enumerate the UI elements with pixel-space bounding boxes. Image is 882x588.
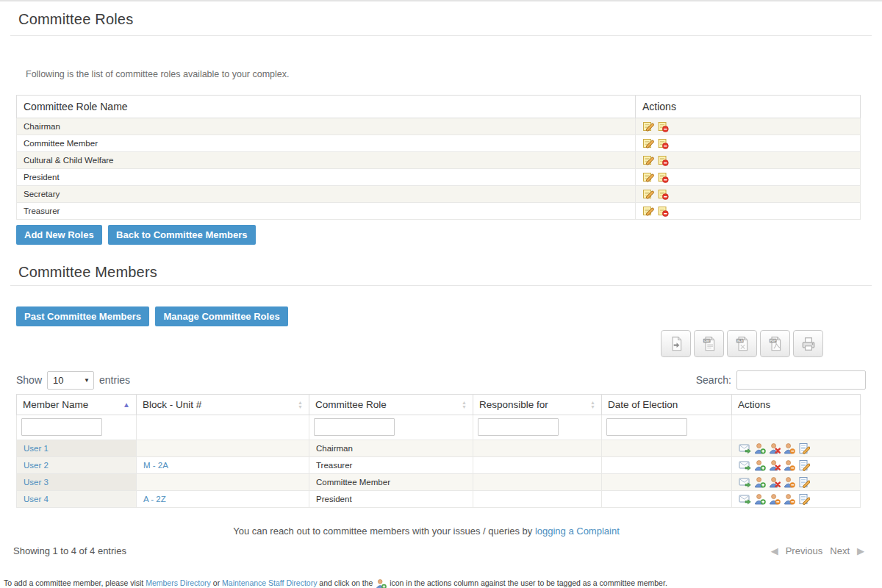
edit-role-icon[interactable] (642, 154, 654, 166)
filter-date-of-election-input[interactable] (606, 418, 687, 436)
maintenance-staff-directory-link[interactable]: Maintenance Staff Directory (222, 578, 317, 587)
col-member-name[interactable]: Member Name▲ (17, 395, 137, 415)
delete-role-icon[interactable] (657, 121, 669, 132)
delete-role-icon[interactable] (657, 137, 669, 149)
previous-arrow-icon[interactable]: ◀ (771, 545, 778, 556)
user-delete-icon[interactable] (769, 493, 781, 505)
manage-committee-roles-button[interactable]: Manage Committee Roles (155, 306, 287, 326)
user-add-icon[interactable] (754, 459, 766, 471)
back-to-committee-members-button[interactable]: Back to Committee Members (108, 225, 255, 245)
members-table: Member Name▲ Block - Unit #▲▼ Committee … (16, 394, 861, 508)
edit-role-icon[interactable] (642, 171, 654, 183)
table-row: Treasurer (17, 203, 861, 220)
block-unit-link[interactable]: A - 2Z (143, 495, 166, 503)
committee-role-cell: President (309, 491, 473, 508)
member-name-link[interactable]: User 3 (24, 478, 49, 487)
logging-complaint-link[interactable]: logging a Complaint (535, 526, 620, 537)
pdf-file-icon: PDF (767, 336, 784, 352)
footer-note: To add a committee member, please visit … (4, 578, 882, 588)
table-row: User 2 M - 2A Treasurer (17, 457, 861, 474)
edit-member-icon[interactable] (798, 459, 810, 471)
delete-role-icon[interactable] (657, 205, 669, 217)
col-committee-role[interactable]: Committee Role▲▼ (309, 395, 473, 415)
committee-role-cell: Treasurer (309, 457, 473, 474)
sort-icons: ▲▼ (298, 401, 303, 409)
roles-table: Committee Role Name Actions Chairman Com… (16, 95, 861, 220)
members-title: Committee Members (10, 254, 872, 286)
user-delete-icon[interactable] (769, 459, 781, 471)
member-name-link[interactable]: User 2 (24, 461, 49, 470)
block-unit-link[interactable]: M - 2A (143, 461, 168, 470)
col-responsible-for[interactable]: Responsible for▲▼ (473, 395, 602, 415)
send-email-icon[interactable] (739, 442, 751, 454)
edit-member-icon[interactable] (798, 476, 810, 488)
delete-role-icon[interactable] (657, 171, 669, 183)
role-name: Secretary (17, 186, 636, 203)
user-add-icon[interactable] (754, 442, 766, 454)
role-name: Committee Member (17, 135, 636, 152)
entries-label: entries (99, 374, 130, 386)
delete-role-icon[interactable] (657, 154, 669, 166)
add-new-roles-button[interactable]: Add New Roles (16, 225, 102, 245)
col-block-unit[interactable]: Block - Unit #▲▼ (137, 395, 309, 415)
col-actions: Actions (732, 395, 861, 415)
next-button[interactable]: Next (830, 545, 850, 556)
search-input[interactable] (736, 370, 866, 390)
svg-text:CSV: CSV (703, 339, 709, 343)
show-label: Show (16, 374, 42, 386)
copy-icon (668, 336, 684, 352)
user-remove-icon[interactable] (784, 493, 795, 505)
edit-role-icon[interactable] (642, 137, 654, 149)
edit-member-icon[interactable] (798, 493, 810, 505)
member-name-link[interactable]: User 1 (24, 444, 49, 453)
table-row: Chairman (17, 118, 861, 135)
responsible-for-cell (473, 457, 602, 474)
members-directory-link[interactable]: Members Directory (146, 578, 211, 587)
export-xls-button[interactable]: XLS (727, 330, 757, 357)
svg-text:XLS: XLS (736, 339, 742, 343)
user-delete-icon[interactable] (769, 442, 781, 454)
roles-col-name: Committee Role Name (17, 96, 636, 118)
send-email-icon[interactable] (739, 476, 751, 488)
edit-role-icon[interactable] (642, 121, 654, 132)
next-arrow-icon[interactable]: ▶ (857, 545, 864, 556)
past-committee-members-button[interactable]: Past Committee Members (16, 306, 149, 326)
export-pdf-button[interactable]: PDF (760, 330, 790, 357)
responsible-for-cell (473, 491, 602, 508)
delete-role-icon[interactable] (657, 188, 669, 200)
page-size-select[interactable]: 10 ▼ (47, 371, 94, 390)
export-copy-button[interactable] (661, 330, 691, 357)
roles-description: Following is the list of committee roles… (26, 69, 872, 79)
search-label: Search: (696, 374, 731, 386)
table-row: User 4 A - 2Z President (17, 491, 861, 508)
send-email-icon[interactable] (739, 493, 751, 505)
user-remove-icon[interactable] (784, 459, 795, 471)
date-of-election-cell (602, 440, 732, 457)
filter-responsible-for-input[interactable] (478, 418, 559, 436)
filter-member-name-input[interactable] (21, 418, 102, 436)
roles-col-actions: Actions (636, 96, 861, 118)
previous-button[interactable]: Previous (786, 545, 823, 556)
filter-committee-role-input[interactable] (314, 418, 395, 436)
user-add-icon[interactable] (754, 493, 766, 505)
user-add-icon[interactable] (754, 476, 766, 488)
user-remove-icon[interactable] (784, 442, 795, 454)
edit-role-icon[interactable] (642, 188, 654, 200)
user-delete-icon[interactable] (769, 476, 781, 488)
main-content: Committee Roles Following is the list of… (0, 1, 882, 556)
export-print-button[interactable] (793, 330, 823, 357)
date-of-election-cell (602, 474, 732, 491)
edit-role-icon[interactable] (642, 205, 654, 217)
member-name-link[interactable]: User 4 (24, 495, 49, 503)
user-remove-icon[interactable] (784, 476, 795, 488)
pagination: ◀ Previous Next ▶ (771, 545, 864, 556)
csv-file-icon: CSV (701, 336, 717, 352)
committee-role-cell: Committee Member (309, 474, 473, 491)
export-toolbar: CSV XLS PDF (10, 330, 823, 357)
complaint-text: You can reach out to committee members w… (233, 526, 532, 537)
export-csv-button[interactable]: CSV (694, 330, 724, 357)
printer-icon (800, 336, 817, 352)
table-row: Cultural & Child Welfare (17, 152, 861, 169)
edit-member-icon[interactable] (798, 442, 810, 454)
send-email-icon[interactable] (739, 459, 751, 471)
